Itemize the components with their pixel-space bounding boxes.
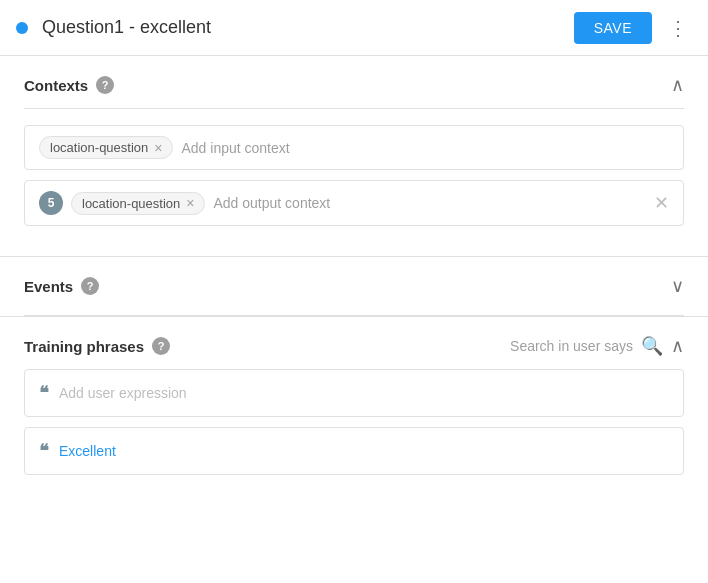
add-expression-input[interactable] [59,385,669,401]
output-context-remove-icon[interactable]: × [186,196,194,210]
events-help-icon[interactable]: ? [81,277,99,295]
events-header-left: Events ? [24,277,99,295]
training-phrases-title: Training phrases [24,338,144,355]
lifespan-badge: 5 [39,191,63,215]
output-context-tag-label: location-question [82,196,180,211]
training-header-left: Training phrases ? [24,337,170,355]
save-button[interactable]: SAVE [574,12,652,44]
contexts-section: Contexts ? ∧ location-question × Add inp… [0,56,708,256]
training-phrases-section: Training phrases ? Search in user says 🔍… [0,317,708,475]
add-expression-row[interactable]: ❝ [24,369,684,417]
quote-icon: ❝ [39,382,49,404]
status-dot [16,22,28,34]
quote-icon-0: ❝ [39,440,49,462]
header: Question1 - excellent SAVE ⋮ [0,0,708,56]
events-chevron-down-icon[interactable]: ∨ [671,275,684,297]
contexts-help-icon[interactable]: ? [96,76,114,94]
input-context-tag-label: location-question [50,140,148,155]
output-context-row: 5 location-question × Add output context… [24,180,684,226]
training-phrases-chevron-up-icon[interactable]: ∧ [671,335,684,357]
search-user-says-label: Search in user says [510,338,633,354]
training-phrases-header: Training phrases ? Search in user says 🔍… [24,317,684,369]
contexts-content: location-question × Add input context 5 … [24,109,684,256]
expression-row-0: ❝ Excellent [24,427,684,475]
contexts-section-header[interactable]: Contexts ? ∧ [24,56,684,109]
search-icon[interactable]: 🔍 [641,335,663,357]
events-section: Events ? ∨ [0,257,708,317]
events-section-header[interactable]: Events ? ∨ [24,257,684,316]
add-output-context-button[interactable]: Add output context [213,195,330,211]
training-phrases-help-icon[interactable]: ? [152,337,170,355]
events-title: Events [24,278,73,295]
input-context-row: location-question × Add input context [24,125,684,170]
input-context-remove-icon[interactable]: × [154,141,162,155]
add-input-context-button[interactable]: Add input context [181,140,289,156]
page-title: Question1 - excellent [42,17,574,38]
contexts-header-left: Contexts ? [24,76,114,94]
contexts-title: Contexts [24,77,88,94]
contexts-chevron-up-icon[interactable]: ∧ [671,74,684,96]
more-vert-icon[interactable]: ⋮ [664,12,692,44]
output-context-tag: location-question × [71,192,205,215]
delete-output-context-icon[interactable]: ✕ [654,192,669,214]
training-header-right: Search in user says 🔍 ∧ [510,335,684,357]
input-context-tag: location-question × [39,136,173,159]
expression-text-0: Excellent [59,443,116,459]
